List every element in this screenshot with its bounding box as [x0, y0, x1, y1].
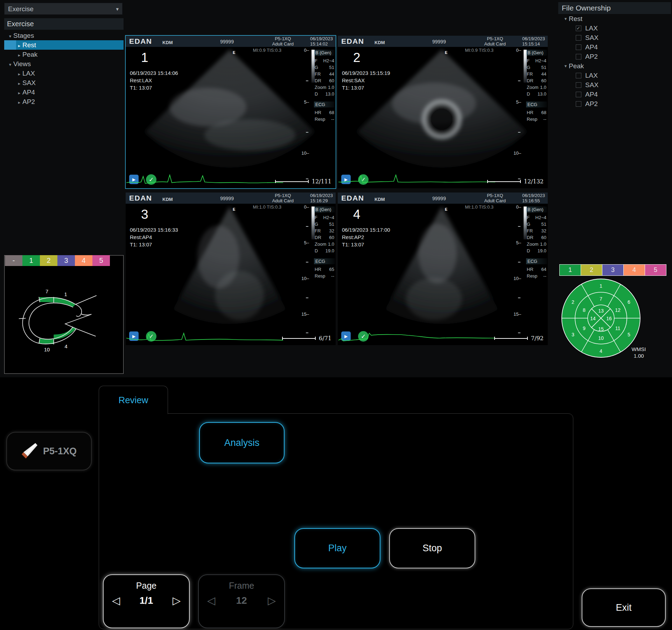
ecg-trace: [338, 326, 499, 344]
svg-text:4: 4: [600, 348, 602, 354]
checkbox[interactable]: [576, 92, 581, 97]
chevron-right-icon: ▸: [16, 69, 22, 79]
frame-next-icon[interactable]: ▷: [268, 594, 276, 607]
segment-label: 10: [44, 347, 50, 352]
fo-rest-sax[interactable]: SAX: [558, 33, 671, 42]
stress-echo-review-screen: Exercise ▾ Exercise ▾Stages ▸Rest ▸Peak …: [0, 0, 672, 630]
file-ownership-panel: File Ownership ▾Rest LAX SAX AP4 AP2 ▾Pe…: [558, 2, 671, 108]
checkbox[interactable]: [576, 101, 581, 107]
frame-counter: 6/71: [282, 335, 331, 342]
score-cell[interactable]: 2: [581, 265, 602, 275]
probe-icon: [21, 442, 38, 460]
tree-item-ap2[interactable]: ▸AP2: [4, 97, 124, 106]
scale-marker-icon: [487, 180, 521, 183]
score-cell[interactable]: -: [5, 255, 22, 266]
depth-ruler: 0 5 10 15: [303, 192, 310, 345]
score-cell[interactable]: 5: [645, 265, 666, 275]
fo-peak-ap2[interactable]: AP2: [558, 99, 671, 108]
panel-datetime: 06/19/202315:16:29: [310, 193, 333, 203]
play-button[interactable]: Play: [294, 528, 380, 568]
frame-prev-icon[interactable]: ◁: [207, 594, 215, 607]
ultrasound-fan-image: [346, 48, 537, 186]
svg-text:15: 15: [598, 326, 604, 332]
depth-ruler: 0 5 10: [515, 36, 522, 188]
mi-tis-readout: MI:1.0 TIS:0.3: [253, 204, 281, 210]
stage-type-dropdown[interactable]: Exercise ▾: [4, 3, 122, 15]
operator-label: KDM: [374, 40, 385, 45]
fo-peak-ap4[interactable]: AP4: [558, 90, 671, 99]
clip-info: 06/19/2023 15:15:19Rest:SAXT1: 13:07: [342, 69, 390, 91]
score-cell[interactable]: 5: [92, 255, 110, 266]
score-cell[interactable]: 1: [560, 265, 581, 275]
exit-button[interactable]: Exit: [582, 588, 666, 627]
depth-ruler: 0 5 10 15: [515, 192, 522, 345]
checkbox[interactable]: [576, 54, 581, 59]
checkbox[interactable]: [576, 73, 581, 78]
checkbox[interactable]: [576, 44, 581, 50]
probe-exam-type: P5-1XQAdult Card: [272, 193, 294, 203]
ultrasound-panel-4[interactable]: EDAN KDM 99999 P5-1XQAdult Card 06/19/20…: [338, 192, 548, 345]
ultrasound-panel-2[interactable]: EDAN KDM 99999 P5-1XQAdult Card 06/19/20…: [338, 36, 548, 188]
score-cell[interactable]: 4: [624, 265, 645, 275]
bmode-parameters: B (Gen) FH2~4 G51 FR44 DR60 Zoom1.0 D13.…: [314, 50, 335, 122]
patient-id: 99999: [220, 196, 234, 201]
score-cell[interactable]: 3: [57, 255, 75, 266]
score-cell[interactable]: 2: [40, 255, 57, 266]
score-cell[interactable]: 1: [22, 255, 40, 266]
tree-item-sax[interactable]: ▸SAX: [4, 78, 124, 88]
ultrasound-panel-1[interactable]: EDAN KDM 99999 P5-1XQAdult Card 06/19/20…: [126, 36, 336, 188]
stop-button[interactable]: Stop: [389, 528, 475, 568]
fo-peak-sax[interactable]: SAX: [558, 80, 671, 90]
checkbox[interactable]: [576, 35, 581, 41]
dropdown-value: Exercise: [8, 5, 34, 13]
ultrasound-panel-3[interactable]: EDAN KDM 99999 P5-1XQAdult Card 06/19/20…: [126, 192, 336, 345]
tree-item-lax[interactable]: ▸LAX: [4, 69, 124, 78]
svg-text:1: 1: [600, 283, 602, 289]
patient-id: 99999: [432, 39, 446, 44]
scale-marker-icon: [282, 337, 316, 340]
caret-down-icon: ▾: [116, 3, 119, 15]
probe-exam-type: P5-1XQAdult Card: [484, 193, 506, 203]
score-cell[interactable]: 3: [602, 265, 624, 275]
tree-item-views[interactable]: ▾Views: [4, 59, 124, 69]
page-prev-icon[interactable]: ◁: [112, 594, 120, 607]
probe-select-button[interactable]: P5-1XQ: [6, 432, 92, 470]
fo-peak-lax[interactable]: LAX: [558, 71, 671, 80]
checkbox[interactable]: [576, 26, 581, 31]
checkbox[interactable]: [576, 82, 581, 88]
fo-group-rest[interactable]: ▾Rest: [558, 14, 671, 23]
clip-number: 3: [141, 207, 148, 222]
tab-review[interactable]: Review: [99, 386, 168, 414]
chevron-right-icon: ▸: [16, 50, 22, 60]
tree-item-peak[interactable]: ▸Peak: [4, 50, 124, 59]
bmode-parameters: B (Gen) FH2~4 G51 FR32 DR60 Zoom1.0 D19.…: [314, 206, 335, 279]
svg-text:11: 11: [615, 326, 621, 331]
analysis-button[interactable]: Analysis: [199, 422, 285, 463]
panel-datetime: 06/19/202315:14:02: [310, 36, 333, 47]
bmode-parameters: B (Gen) FH2~4 G51 FR32 DR60 Zoom1.0 D19.…: [526, 206, 547, 279]
chevron-right-icon: ▸: [16, 79, 22, 88]
page-stepper: Page ◁ 1/1 ▷: [103, 574, 190, 628]
lv-segment-diagram: 7 1 10 4: [10, 276, 112, 364]
orientation-marker: E: [233, 50, 235, 55]
svg-text:5: 5: [628, 332, 630, 337]
clip-info: 06/19/2023 15:14:06Rest:LAXT1: 13:07: [130, 69, 178, 91]
tree-item-stages[interactable]: ▾Stages: [4, 31, 124, 40]
wmsi-readout: WMSI1.00: [626, 346, 651, 359]
page-value: 1/1: [140, 595, 153, 606]
file-ownership-title: File Ownership: [558, 2, 671, 14]
operator-label: KDM: [374, 197, 385, 202]
fo-group-peak[interactable]: ▾Peak: [558, 61, 671, 71]
probe-exam-type: P5-1XQAdult Card: [272, 36, 294, 47]
score-cell[interactable]: 4: [75, 255, 92, 266]
frame-counter: 12/111: [275, 178, 331, 185]
panel-datetime: 06/19/202315:15:14: [522, 36, 545, 47]
fo-rest-lax[interactable]: LAX: [558, 23, 671, 33]
fo-rest-ap4[interactable]: AP4: [558, 42, 671, 52]
page-next-icon[interactable]: ▷: [173, 594, 181, 607]
tree-item-ap4[interactable]: ▸AP4: [4, 88, 124, 97]
tree-item-rest[interactable]: ▸Rest: [4, 40, 124, 50]
fo-rest-ap2[interactable]: AP2: [558, 52, 671, 61]
edan-logo: EDAN: [129, 194, 152, 202]
svg-text:7: 7: [600, 296, 602, 302]
